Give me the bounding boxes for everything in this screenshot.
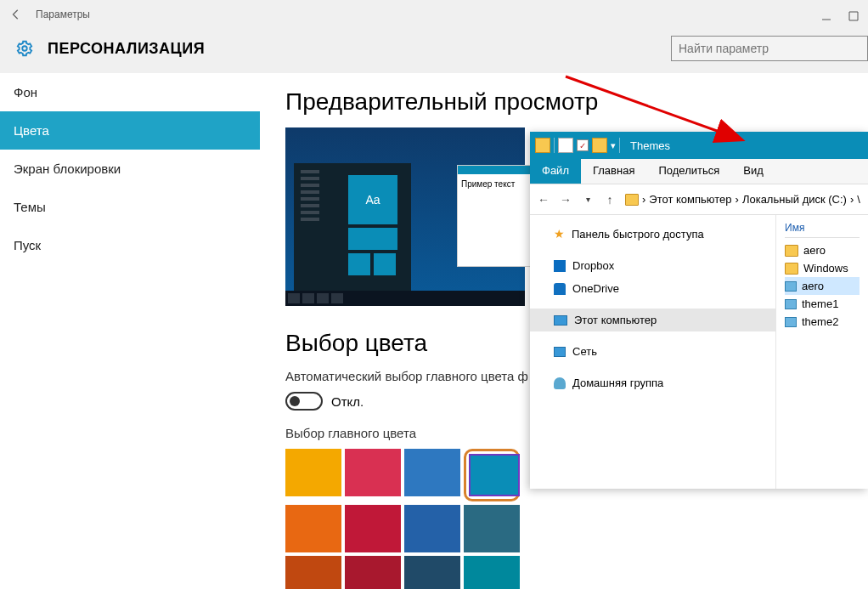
sidebar-item-themes[interactable]: Темы	[0, 188, 260, 226]
explorer-title: Themes	[630, 139, 670, 152]
preview-tile	[348, 253, 370, 275]
sidebar-item-label: Фон	[14, 85, 37, 99]
explorer-window: ✓ ▾ Themes Файл Главная Поделиться Вид ←…	[530, 132, 868, 489]
preview-start-menu: Aa	[294, 163, 411, 291]
explorer-side-item[interactable]: ★Панель быстрого доступа	[530, 222, 775, 246]
side-item-label: Домашняя группа	[572, 377, 663, 389]
explorer-ribbon: Файл Главная Поделиться Вид	[530, 159, 868, 184]
minimize-button[interactable]	[817, 7, 836, 25]
color-swatch[interactable]	[345, 449, 401, 496]
color-preview: Aa Пример текст	[285, 127, 525, 306]
explorer-side-item[interactable]: OneDrive	[530, 277, 775, 300]
sidebar-item-label: Темы	[14, 200, 46, 214]
sidebar-item-colors[interactable]: Цвета	[0, 111, 260, 150]
folder-icon	[785, 245, 798, 257]
sidebar-item-background[interactable]: Фон	[0, 73, 260, 111]
color-swatch[interactable]	[285, 505, 341, 552]
tab-view[interactable]: Вид	[731, 159, 775, 184]
side-item-label: Этот компьютер	[574, 314, 657, 326]
settings-titlebar: Параметры	[0, 0, 868, 29]
explorer-side-item[interactable]: Dropbox	[530, 254, 775, 277]
theme-icon	[785, 317, 797, 327]
color-swatch[interactable]	[404, 505, 460, 552]
side-item-label: Сеть	[572, 345, 597, 358]
window-title: Параметры	[36, 8, 90, 20]
dropdown-icon[interactable]: ▾	[611, 140, 616, 151]
explorer-side-item[interactable]: Домашняя группа	[530, 371, 775, 394]
color-swatch[interactable]	[285, 449, 341, 496]
search-input[interactable]	[672, 38, 867, 59]
explorer-side-item[interactable]: Сеть	[530, 340, 775, 363]
side-item-label: OneDrive	[572, 282, 619, 295]
list-item[interactable]: theme1	[785, 295, 860, 313]
explorer-sidebar: ★Панель быстрого доступаDropboxOneDriveЭ…	[530, 215, 776, 489]
back-button[interactable]	[7, 5, 25, 24]
toggle-label: Откл.	[331, 394, 364, 409]
explorer-titlebar[interactable]: ✓ ▾ Themes	[530, 132, 868, 159]
list-item-label: aero	[803, 244, 826, 257]
preview-tile	[348, 228, 397, 250]
explorer-nav: ← → ▾ ↑ › Этот компьютер › Локальный дис…	[530, 184, 868, 215]
color-swatch-selected[interactable]	[464, 449, 520, 501]
list-item[interactable]: aero	[785, 241, 860, 259]
preview-tile	[374, 253, 396, 275]
dropbox-icon	[554, 260, 566, 272]
explorer-side-item[interactable]: Этот компьютер	[530, 309, 775, 331]
star-icon: ★	[554, 227, 565, 241]
color-swatch[interactable]	[404, 449, 460, 496]
nav-back-button[interactable]: ←	[537, 193, 550, 207]
crumb[interactable]: Локальный диск (C:)	[742, 193, 847, 206]
preview-tile: Aa	[348, 175, 397, 224]
sidebar: Фон Цвета Экран блокировки Темы Пуск	[0, 73, 260, 589]
sidebar-item-label: Цвета	[14, 123, 49, 138]
search-box[interactable]	[671, 36, 868, 61]
tab-share[interactable]: Поделиться	[646, 159, 731, 184]
folder-icon	[592, 138, 607, 153]
onedrive-icon	[554, 283, 566, 295]
color-swatch[interactable]	[464, 556, 520, 589]
color-swatch[interactable]	[345, 505, 401, 552]
list-item[interactable]: aero	[785, 277, 860, 295]
folder-icon	[625, 194, 639, 206]
list-item[interactable]: Windows	[785, 259, 860, 277]
tab-file[interactable]: Файл	[530, 159, 581, 184]
side-item-label: Dropbox	[572, 259, 614, 272]
section-header: ПЕРСОНАЛИЗАЦИЯ	[0, 29, 868, 73]
list-item-label: Windows	[803, 262, 848, 275]
list-item-label: theme2	[802, 315, 838, 328]
sidebar-item-label: Экран блокировки	[14, 161, 121, 176]
auto-color-toggle[interactable]	[285, 392, 323, 411]
pc-icon	[554, 315, 567, 326]
close-button[interactable]	[844, 7, 863, 25]
page-icon	[558, 138, 573, 153]
homegroup-icon	[554, 377, 566, 389]
sidebar-item-start[interactable]: Пуск	[0, 226, 260, 264]
network-icon	[554, 347, 566, 357]
preview-taskbar	[285, 291, 525, 306]
nav-up-button[interactable]: ↑	[603, 193, 617, 207]
explorer-list: Имя aeroWindowsaerotheme1theme2	[776, 215, 868, 489]
nav-history-button[interactable]: ▾	[581, 193, 595, 207]
nav-forward-button[interactable]: →	[559, 193, 572, 207]
theme-icon	[785, 299, 797, 309]
crumb[interactable]: Этот компьютер	[649, 193, 731, 206]
sidebar-item-label: Пуск	[14, 238, 41, 252]
color-swatch[interactable]	[464, 505, 520, 552]
preview-heading: Предварительный просмотр	[285, 88, 843, 116]
preview-popup: Пример текст	[457, 165, 533, 267]
tab-home[interactable]: Главная	[581, 159, 646, 184]
side-item-label: Панель быстрого доступа	[572, 228, 704, 241]
sidebar-item-lockscreen[interactable]: Экран блокировки	[0, 150, 260, 188]
list-header[interactable]: Имя	[785, 222, 860, 238]
list-item-label: theme1	[802, 297, 838, 310]
theme-icon	[785, 281, 797, 292]
list-item[interactable]: theme2	[785, 313, 860, 331]
breadcrumb[interactable]: › Этот компьютер › Локальный диск (C:) ›…	[625, 193, 861, 206]
folder-icon	[785, 263, 798, 275]
check-icon: ✓	[577, 139, 589, 151]
color-swatch[interactable]	[285, 556, 341, 589]
page-title: ПЕРСОНАЛИЗАЦИЯ	[48, 40, 205, 58]
folder-icon	[535, 138, 550, 153]
color-swatch[interactable]	[404, 556, 460, 589]
color-swatch[interactable]	[345, 556, 401, 589]
